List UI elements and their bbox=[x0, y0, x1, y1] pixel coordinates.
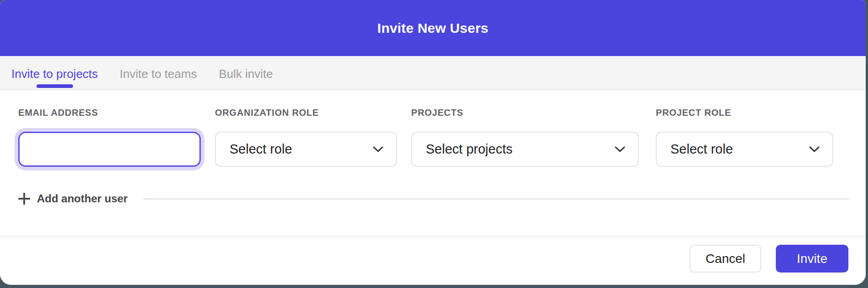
tab-label: Bulk invite bbox=[219, 67, 273, 81]
form-area: EMAIL ADDRESS ORGANIZATION ROLE Select r… bbox=[0, 90, 866, 236]
add-another-user-label: Add another user bbox=[37, 192, 128, 205]
cancel-button[interactable]: Cancel bbox=[690, 245, 761, 273]
dialog-header: Invite New Users bbox=[0, 0, 866, 56]
chevron-down-icon bbox=[373, 146, 383, 152]
project-role-label: PROJECT ROLE bbox=[656, 108, 833, 118]
add-another-user-button[interactable]: Add another user bbox=[18, 192, 128, 205]
project-role-value: Select role bbox=[670, 142, 733, 157]
projects-field-group: PROJECTS Select projects bbox=[411, 108, 639, 167]
organization-role-field-group: ORGANIZATION ROLE Select role bbox=[215, 108, 397, 167]
active-tab-indicator bbox=[37, 84, 73, 88]
plus-icon bbox=[18, 193, 30, 205]
tab-label: Invite to teams bbox=[120, 67, 197, 81]
email-address-input[interactable] bbox=[18, 132, 201, 167]
dialog-title: Invite New Users bbox=[377, 21, 488, 36]
organization-role-value: Select role bbox=[230, 142, 292, 157]
page-background: Invite New Users Invite to projects Invi… bbox=[0, 0, 868, 288]
projects-select[interactable]: Select projects bbox=[411, 132, 639, 167]
tab-invite-to-teams[interactable]: Invite to teams bbox=[120, 56, 197, 89]
invite-new-users-dialog: Invite New Users Invite to projects Invi… bbox=[0, 0, 866, 285]
organization-role-select[interactable]: Select role bbox=[215, 132, 397, 167]
email-address-field-group: EMAIL ADDRESS bbox=[18, 108, 201, 167]
organization-role-label: ORGANIZATION ROLE bbox=[215, 108, 397, 118]
chevron-down-icon bbox=[809, 146, 820, 152]
tab-invite-to-projects[interactable]: Invite to projects bbox=[11, 56, 98, 89]
project-role-select[interactable]: Select role bbox=[656, 132, 833, 167]
horizontal-divider bbox=[143, 198, 849, 200]
invite-button-label: Invite bbox=[797, 252, 827, 266]
chevron-down-icon bbox=[615, 146, 625, 152]
projects-label: PROJECTS bbox=[411, 108, 639, 118]
tab-label: Invite to projects bbox=[11, 67, 98, 81]
add-user-row: Add another user bbox=[18, 190, 849, 208]
tab-bulk-invite[interactable]: Bulk invite bbox=[219, 56, 273, 89]
email-address-label: EMAIL ADDRESS bbox=[18, 108, 201, 118]
projects-value: Select projects bbox=[426, 142, 512, 157]
invite-button[interactable]: Invite bbox=[776, 245, 848, 273]
dialog-footer: Cancel Invite bbox=[0, 236, 866, 285]
project-role-field-group: PROJECT ROLE Select role bbox=[656, 108, 833, 167]
tab-bar: Invite to projects Invite to teams Bulk … bbox=[0, 56, 866, 90]
cancel-button-label: Cancel bbox=[706, 252, 745, 266]
